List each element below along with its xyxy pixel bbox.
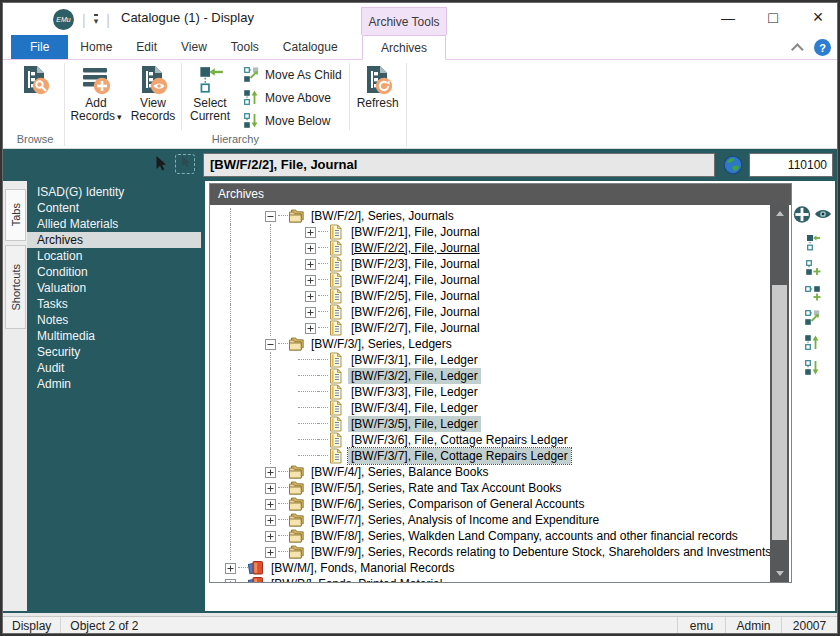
tree-node-label[interactable]: [BW/F/6/], Series, Comparison of General… <box>308 496 587 512</box>
expand-toggle-icon[interactable] <box>302 256 318 272</box>
tree-node-label[interactable]: [BW/F/3/1], File, Ledger <box>348 352 481 368</box>
vertical-tab-tabs[interactable]: Tabs <box>5 189 26 241</box>
tree-row[interactable]: [BW/F/2/3], File, Journal <box>210 256 791 272</box>
expand-toggle-icon[interactable] <box>262 464 278 480</box>
move-as-child-button[interactable] <box>803 308 821 326</box>
tree-row[interactable]: [BW/F/8/], Series, Walkden Land Company,… <box>210 528 791 544</box>
tree-row[interactable]: [BW/F/6/], Series, Comparison of General… <box>210 496 791 512</box>
expand-toggle-icon[interactable] <box>302 320 318 336</box>
tree-node-label[interactable]: [BW/F/4/], Series, Balance Books <box>308 464 491 480</box>
tree-node-label[interactable]: [BW/F/3/3], File, Ledger <box>348 384 481 400</box>
tree-row[interactable]: [BW/F/3/6], File, Cottage Repairs Ledger <box>210 432 791 448</box>
tree-row[interactable]: [BW/M/], Fonds, Manorial Records <box>210 560 791 576</box>
select-current-button[interactable] <box>803 233 821 251</box>
tree-node-label[interactable]: [BW/F/2/], Series, Journals <box>308 208 457 224</box>
expand-toggle-icon[interactable] <box>302 240 318 256</box>
expand-toggle-icon[interactable] <box>222 560 238 576</box>
collapse-ribbon-icon[interactable] <box>791 43 804 56</box>
browse-button[interactable] <box>18 61 52 97</box>
tree-row[interactable]: [BW/F/3/2], File, Ledger <box>210 368 791 384</box>
tree-row[interactable]: [BW/F/7/], Series, Analysis of Income an… <box>210 512 791 528</box>
tree-node-label[interactable]: [BW/F/2/5], File, Journal <box>348 288 483 304</box>
view-record-button[interactable] <box>814 205 832 223</box>
tree-row[interactable]: [BW/F/4/], Series, Balance Books <box>210 464 791 480</box>
emu-app-icon[interactable]: EMu <box>53 9 74 30</box>
tree-node-label[interactable]: [BW/F/2/2], File, Journal <box>348 240 483 256</box>
globe-icon[interactable] <box>723 155 743 175</box>
view-records-button[interactable]: View Records <box>126 61 180 123</box>
vertical-scrollbar[interactable] <box>770 205 789 582</box>
tree-node-label[interactable]: [BW/F/3/4], File, Ledger <box>348 400 481 416</box>
tree-row[interactable]: [BW/F/2/6], File, Journal <box>210 304 791 320</box>
tree-row[interactable]: [BW/F/2/], Series, Journals <box>210 208 791 224</box>
add-records-button[interactable]: Add Records <box>66 61 126 124</box>
tree-row[interactable]: [BW/F/2/1], File, Journal <box>210 224 791 240</box>
tree-node-label[interactable]: [BW/F/3/7], File, Cottage Repairs Ledger <box>348 448 571 464</box>
sidebar-item-isad-g-identity[interactable]: ISAD(G) Identity <box>27 184 201 200</box>
sidebar-item-tasks[interactable]: Tasks <box>27 296 201 312</box>
scroll-up-button[interactable] <box>770 205 789 222</box>
tree-node-label[interactable]: [BW/F/2/6], File, Journal <box>348 304 483 320</box>
tab-home[interactable]: Home <box>68 35 124 59</box>
tree-node-label[interactable]: [BW/F/3/], Series, Ledgers <box>308 336 455 352</box>
select-current-button[interactable]: Select Current <box>183 61 237 123</box>
select-mode-icon[interactable] <box>175 154 195 174</box>
quick-access-dropdown-icon[interactable]: ▾ <box>94 14 99 25</box>
tree-row[interactable]: [BW/F/3/7], File, Cottage Repairs Ledger <box>210 448 791 464</box>
expand-toggle-icon[interactable] <box>302 288 318 304</box>
sidebar-item-location[interactable]: Location <box>27 248 201 264</box>
tab-edit[interactable]: Edit <box>124 35 169 59</box>
tree-node-label[interactable]: [BW/M/], Fonds, Manorial Records <box>268 560 457 576</box>
expand-toggle-icon[interactable] <box>302 224 318 240</box>
scroll-down-button[interactable] <box>770 565 789 582</box>
tree-row[interactable]: [BW/F/2/7], File, Journal <box>210 320 791 336</box>
expand-toggle-icon[interactable] <box>262 528 278 544</box>
close-button[interactable]: × <box>809 7 827 28</box>
record-number-field[interactable]: 110100 <box>749 153 833 177</box>
tree-row[interactable]: [BW/F/2/2], File, Journal <box>210 240 791 256</box>
move-above-button[interactable] <box>803 333 821 351</box>
tree-row[interactable]: [BW/F/9/], Series, Records relating to D… <box>210 544 791 560</box>
tree-row[interactable]: [BW/F/3/1], File, Ledger <box>210 352 791 368</box>
collapse-toggle-icon[interactable] <box>262 336 278 352</box>
tree-node-label[interactable]: [BW/F/3/5], File, Ledger <box>348 416 481 432</box>
tree-node-label[interactable]: [BW/P/], Fonds, Printed Material <box>268 576 445 582</box>
expand-toggle-icon[interactable] <box>262 512 278 528</box>
tree-row[interactable]: [BW/F/3/5], File, Ledger <box>210 416 791 432</box>
tree-node-label[interactable]: [BW/F/3/2], File, Ledger <box>348 368 481 384</box>
sidebar-item-content[interactable]: Content <box>27 200 201 216</box>
tree-row[interactable]: [BW/F/3/4], File, Ledger <box>210 400 791 416</box>
vertical-tab-shortcuts[interactable]: Shortcuts <box>5 245 26 329</box>
sidebar-item-multimedia[interactable]: Multimedia <box>27 328 201 344</box>
tree-row[interactable]: [BW/F/2/5], File, Journal <box>210 288 791 304</box>
move-as-child-button[interactable]: Move As Child <box>237 63 348 86</box>
pointer-cursor-icon[interactable] <box>153 155 167 173</box>
expand-toggle-icon[interactable] <box>262 544 278 560</box>
tree-node-label[interactable]: [BW/F/8/], Series, Walkden Land Company,… <box>308 528 741 544</box>
move-below-button[interactable]: Move Below <box>237 109 348 132</box>
sidebar-item-allied-materials[interactable]: Allied Materials <box>27 216 201 232</box>
move-below-button[interactable] <box>803 358 821 376</box>
tree-node-label[interactable]: [BW/F/9/], Series, Records relating to D… <box>308 544 774 560</box>
collapse-toggle-icon[interactable] <box>262 208 278 224</box>
tab-tools[interactable]: Tools <box>219 35 271 59</box>
tab-file[interactable]: File <box>11 35 68 59</box>
record-summary-field[interactable]: [BW/F/2/2], File, Journal <box>203 153 715 177</box>
tree-row[interactable]: [BW/F/3/], Series, Ledgers <box>210 336 791 352</box>
tree-node-label[interactable]: [BW/F/2/3], File, Journal <box>348 256 483 272</box>
tree-row[interactable]: [BW/F/2/4], File, Journal <box>210 272 791 288</box>
add-record-button[interactable] <box>793 205 811 223</box>
maximize-button[interactable]: □ <box>764 9 782 27</box>
sidebar-item-condition[interactable]: Condition <box>27 264 201 280</box>
sidebar-item-audit[interactable]: Audit <box>27 360 201 376</box>
tree-node-label[interactable]: [BW/F/2/4], File, Journal <box>348 272 483 288</box>
tree-node-label[interactable]: [BW/F/7/], Series, Analysis of Income an… <box>308 512 602 528</box>
minimize-button[interactable]: — <box>719 10 737 26</box>
sidebar-item-admin[interactable]: Admin <box>27 376 201 392</box>
tree-row[interactable]: [BW/F/3/3], File, Ledger <box>210 384 791 400</box>
expand-toggle-icon[interactable] <box>262 496 278 512</box>
expand-toggle-icon[interactable] <box>302 272 318 288</box>
tab-view[interactable]: View <box>169 35 219 59</box>
tree-node-label[interactable]: [BW/F/5/], Series, Rate and Tax Account … <box>308 480 565 496</box>
add-child-button[interactable] <box>803 258 821 276</box>
